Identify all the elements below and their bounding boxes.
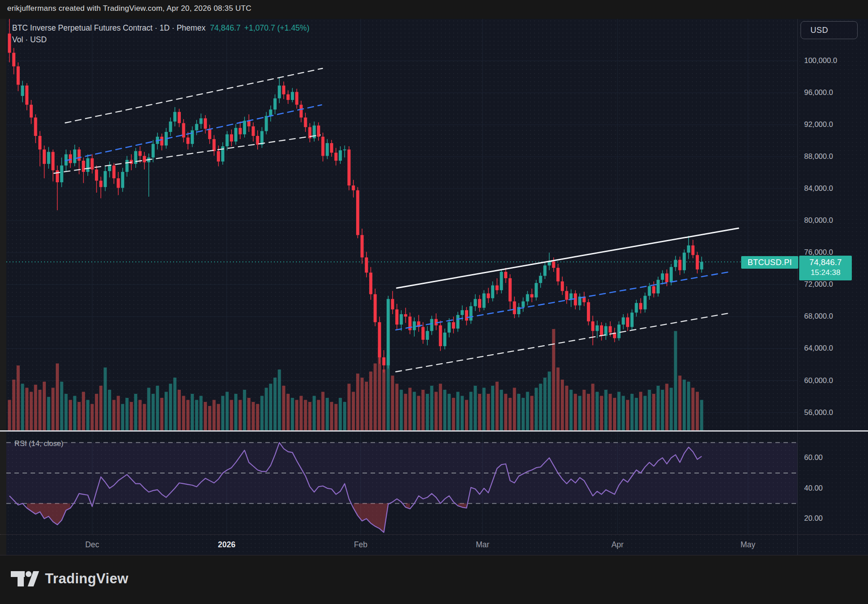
time-axis-label-mar[interactable]: Mar (476, 540, 489, 550)
price-tick-label: 56,000.0 (804, 408, 833, 417)
price-tick-label: 68,000.0 (804, 312, 833, 320)
legend-title[interactable]: BTC Inverse Perpetual Futures Contract ·… (12, 23, 206, 32)
symbol-legend[interactable]: BTC Inverse Perpetual Futures Contract ·… (12, 23, 309, 33)
rsi-tick-label: 20.00 (804, 514, 823, 523)
rsi-pane-layer (6, 442, 797, 532)
price-tick-label: 64,000.0 (804, 344, 833, 352)
last-price-tag: 74,846.7 15:24:38 (799, 256, 852, 280)
tradingview-snapshot: { "attribution": { "text": "erikjufferma… (0, 0, 868, 604)
chart-pane[interactable] (6, 19, 797, 555)
bottom-bar: TradingView (0, 556, 868, 604)
time-axis-label-2026[interactable]: 2026 (218, 540, 236, 550)
price-tick-label: 80,000.0 (804, 216, 833, 225)
attribution-text: erikjuffermans created with TradingView.… (7, 4, 251, 13)
volume-indicator-legend[interactable]: Vol · USD (12, 35, 47, 45)
price-tick-label: 96,000.0 (804, 88, 833, 97)
time-axis-label-may[interactable]: May (740, 540, 755, 550)
price-tick-label: 100,000.0 (804, 56, 837, 65)
legend-change: +1,070.7 (+1.45%) (244, 23, 309, 32)
currency-label: USD (810, 26, 828, 35)
rsi-indicator-legend[interactable]: RSI (14, close) (14, 439, 63, 448)
currency-toggle-button[interactable]: USD (801, 21, 858, 39)
rsi-tick-label: 40.00 (804, 484, 823, 492)
left-margin (0, 19, 6, 555)
price-tick-label: 88,000.0 (804, 152, 833, 161)
trendlines-layer[interactable] (54, 68, 738, 372)
candles-layer (8, 19, 703, 373)
time-axis-label-feb[interactable]: Feb (354, 540, 367, 550)
time-axis-label-apr[interactable]: Apr (611, 540, 623, 550)
pane-separator[interactable] (0, 430, 868, 432)
volume-bars-layer (8, 329, 703, 430)
attribution-bar: erikjuffermans created with TradingView.… (0, 0, 868, 19)
price-tick-label: 60,000.0 (804, 376, 833, 385)
price-axis[interactable]: USD 100,000.096,000.092,000.088,000.084,… (797, 19, 868, 555)
tradingview-logo-icon (10, 568, 40, 589)
tradingview-logo[interactable]: TradingView (10, 568, 128, 589)
tradingview-logo-text: TradingView (45, 571, 128, 587)
price-tick-label: 72,000.0 (804, 280, 833, 288)
last-price-value: 74,846.7 (799, 256, 852, 267)
price-tick-label: 92,000.0 (804, 120, 833, 129)
time-axis-label-dec[interactable]: Dec (85, 540, 99, 550)
legend-last-price: 74,846.7 (210, 23, 241, 32)
chart-canvas[interactable] (6, 19, 797, 534)
bar-countdown: 15:24:38 (799, 267, 852, 277)
price-tick-label: 84,000.0 (804, 184, 833, 193)
time-axis[interactable]: Dec2026FebMarAprMay (0, 534, 868, 555)
price-line-symbol-tag: BTCUSD.PI (741, 256, 798, 269)
rsi-tick-label: 60.00 (804, 453, 823, 462)
